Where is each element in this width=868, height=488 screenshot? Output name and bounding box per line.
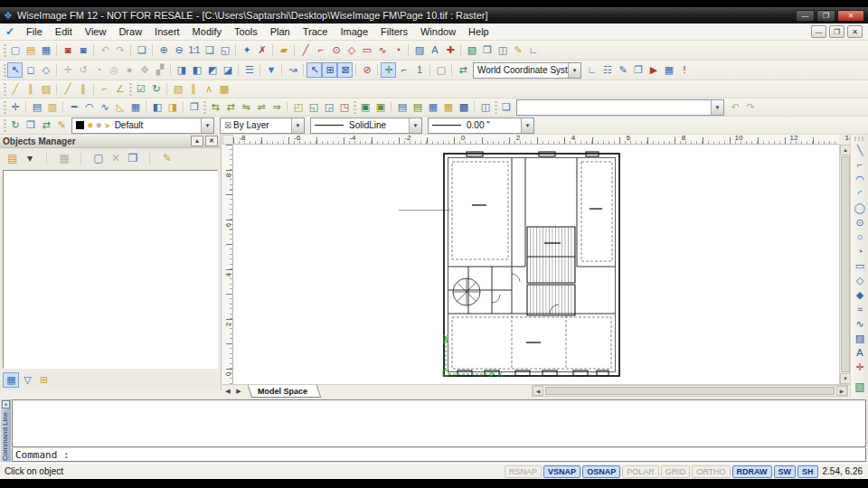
close-icon[interactable]: ✕ xyxy=(2,400,10,408)
sh-toggle[interactable]: SH xyxy=(797,465,818,478)
view-forward-button[interactable]: ↷ xyxy=(742,99,758,115)
cursor-mode-button[interactable]: ↖ xyxy=(307,62,322,78)
osnap-toggle[interactable]: OSNAP xyxy=(582,465,620,478)
frame-edit-button[interactable]: ◨ xyxy=(165,99,180,115)
smooth-button[interactable]: ∧ xyxy=(201,81,216,97)
horizontal-scrollbar[interactable]: ◀ ▶ xyxy=(532,385,848,397)
stamp-button[interactable]: ◙ xyxy=(60,42,75,58)
image-preview-button[interactable]: ❐ xyxy=(479,42,495,58)
draw-cloud-button[interactable]: ≈ xyxy=(852,302,868,316)
green-snap-button[interactable]: ✛ xyxy=(381,62,396,78)
blank-page-button[interactable]: ▢ xyxy=(433,62,448,78)
File[interactable]: File xyxy=(20,24,49,39)
edit-object-button[interactable]: ✎ xyxy=(158,150,175,166)
workspace-pages-button[interactable]: ❐ xyxy=(23,117,38,133)
workspace-sync-button[interactable]: ⇄ xyxy=(38,117,53,133)
merge-pages-button[interactable]: ◫ xyxy=(477,99,493,115)
workspace-edit-button[interactable]: ✎ xyxy=(53,117,69,133)
scroll-right-icon[interactable]: ▶ xyxy=(836,386,847,396)
format-e-button[interactable]: ▩ xyxy=(456,99,471,115)
double-pencil-button[interactable]: ∥ xyxy=(23,81,38,97)
zoom-out-button[interactable]: ⊖ xyxy=(171,42,186,58)
Draw[interactable]: Draw xyxy=(112,24,148,39)
zoom-extents-button[interactable]: ◱ xyxy=(217,42,232,58)
mdi-minimize-button[interactable]: — xyxy=(811,25,826,38)
zoom-window-button[interactable]: ❑ xyxy=(202,42,217,58)
tab-scroll-right-icon[interactable]: ▶ xyxy=(233,386,244,398)
Help[interactable]: Help xyxy=(462,24,495,39)
chevron-down-icon[interactable]: ▼ xyxy=(201,118,213,133)
ellipse-button[interactable]: ◇ xyxy=(344,42,359,58)
draw-rectangle-button[interactable]: ▭ xyxy=(852,258,868,273)
draw-text-button[interactable]: A xyxy=(852,345,868,360)
image-ok-button[interactable]: ☑ xyxy=(133,81,148,97)
flag-button[interactable]: ▶ xyxy=(646,62,661,78)
r2v-arc-button[interactable]: ⇋ xyxy=(238,99,253,115)
draw-circle-2pt-button[interactable]: ⊙ xyxy=(852,215,868,230)
r2v-line-button[interactable]: ⇆ xyxy=(207,99,222,115)
vsnap-toggle[interactable]: VSNAP xyxy=(543,465,580,478)
chevron-down-icon[interactable]: ▼ xyxy=(521,118,533,133)
chevron-down-icon[interactable]: ▼ xyxy=(291,118,304,133)
raster-op-merge-button[interactable]: ◱ xyxy=(306,99,321,115)
image-frame-button[interactable]: ◫ xyxy=(495,42,510,58)
new-button[interactable]: ▢ xyxy=(7,42,23,58)
vertical-scrollbar[interactable]: ▲ ▼ xyxy=(839,145,850,384)
open-button[interactable]: ▤ xyxy=(23,42,38,58)
format-d-button[interactable]: ▦ xyxy=(440,99,456,115)
grid-toggle[interactable]: GRID xyxy=(661,465,691,478)
Image[interactable]: Image xyxy=(334,24,374,39)
r2v-all-button[interactable]: ⇒ xyxy=(269,99,284,115)
chevron-down-icon[interactable]: ▼ xyxy=(568,63,580,78)
rdraw-toggle[interactable]: RDRAW xyxy=(732,465,772,478)
text-button[interactable]: A xyxy=(427,42,442,58)
clone-button[interactable]: ❐ xyxy=(186,99,202,115)
grid-settings-button[interactable]: ▦ xyxy=(661,62,676,78)
sw-toggle[interactable]: SW xyxy=(774,465,797,478)
raster-op-erase-button[interactable]: ◳ xyxy=(336,99,352,115)
corner-button[interactable]: ⌐ xyxy=(97,81,112,97)
node-edit-button[interactable]: ↝ xyxy=(285,62,300,78)
draw-rotated-rect-button[interactable]: ◇ xyxy=(852,273,868,287)
draw-pie-button[interactable]: ◔ xyxy=(852,244,868,258)
fill-pencil-button[interactable]: ▨ xyxy=(38,81,53,97)
calibrate-button[interactable]: ▧ xyxy=(170,81,185,97)
convert-cs-button[interactable]: ⇄ xyxy=(455,62,470,78)
sheets-button[interactable]: ❏ xyxy=(134,42,149,58)
raster-select-fence-button[interactable]: ◩ xyxy=(204,62,220,78)
close-button[interactable]: ✕ xyxy=(837,10,864,22)
measure-angle-button[interactable]: ∟ xyxy=(525,42,541,58)
frame-button[interactable]: ◧ xyxy=(149,99,165,115)
origin-button[interactable]: ✛ xyxy=(7,99,23,115)
layers-button[interactable]: ❐ xyxy=(630,62,646,78)
new-object-button[interactable]: ▢ xyxy=(90,150,107,166)
fill-select-button[interactable]: ▞ xyxy=(152,62,167,78)
draw-point-button[interactable]: ✛ xyxy=(852,360,868,374)
point-select-button[interactable]: ● xyxy=(121,62,137,78)
vector-verify-button[interactable]: ▣ xyxy=(373,99,388,115)
chevron-down-icon[interactable]: ▼ xyxy=(711,100,723,115)
r2v-circle-button[interactable]: ⇌ xyxy=(253,99,269,115)
chamfer-button[interactable]: ∠ xyxy=(112,81,127,97)
guide-button[interactable]: ⌐ xyxy=(396,62,411,78)
pencil-button[interactable]: ╱ xyxy=(7,81,23,97)
image-thumbnail-button[interactable]: ▧ xyxy=(852,380,868,394)
raster-image-button[interactable]: ▧ xyxy=(464,42,479,58)
draw-spline-button[interactable]: ∿ xyxy=(852,316,868,331)
insert-point-button[interactable]: ✚ xyxy=(442,42,458,58)
coordinate-table-button[interactable]: ☷ xyxy=(599,62,615,78)
color-select[interactable]: ☒ By Layer ▼ xyxy=(220,117,305,134)
rsnap-toggle[interactable]: RSNAP xyxy=(505,465,542,478)
save-button[interactable]: ▦ xyxy=(38,42,53,58)
model-space-canvas[interactable] xyxy=(233,145,839,384)
Insert[interactable]: Insert xyxy=(148,24,186,39)
ucs-icon-button[interactable]: ∟ xyxy=(584,62,599,78)
Trace[interactable]: Trace xyxy=(297,24,335,39)
filter-button[interactable]: ▼ xyxy=(263,62,278,78)
maximize-button[interactable]: ❐ xyxy=(816,10,835,22)
properties-button[interactable]: ☰ xyxy=(241,62,257,78)
spline-button[interactable]: ∿ xyxy=(374,42,390,58)
line-button[interactable]: ╱ xyxy=(297,42,313,58)
chevron-down-icon[interactable]: ▼ xyxy=(409,118,421,133)
layer-select[interactable]: ✹✹➤ Default ▼ xyxy=(71,117,214,134)
